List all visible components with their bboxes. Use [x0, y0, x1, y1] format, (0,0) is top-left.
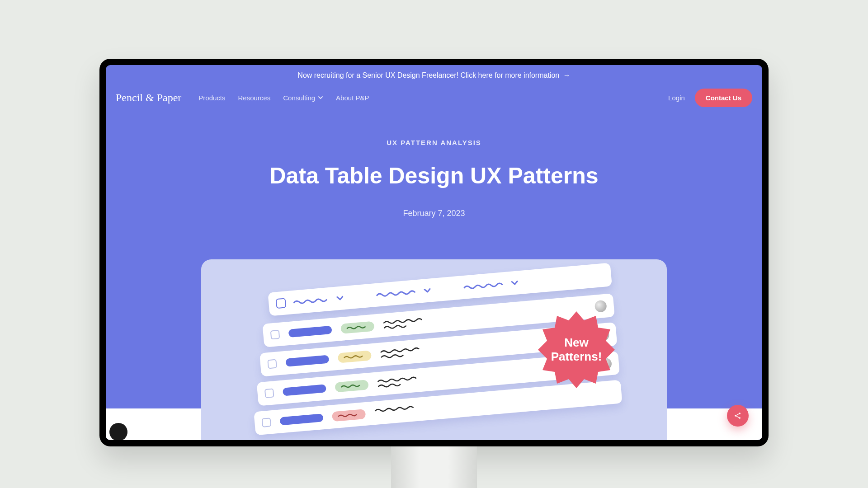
chevron-down-icon	[511, 279, 519, 286]
squiggle-icon	[463, 281, 504, 291]
new-patterns-badge: New Patterns!	[538, 311, 615, 388]
illus-pill	[288, 326, 332, 338]
squiggle-icon	[383, 316, 425, 331]
nav-about-label: About P&P	[336, 94, 369, 102]
monitor-frame: Now recruiting for a Senior UX Design Fr…	[99, 59, 769, 488]
svg-point-2	[739, 413, 741, 414]
illus-tag-yellow	[338, 350, 372, 363]
nav-about[interactable]: About P&P	[336, 94, 369, 102]
announcement-bar[interactable]: Now recruiting for a Senior UX Design Fr…	[106, 65, 762, 85]
badge-line2: Patterns!	[551, 350, 602, 363]
page-title: Data Table Design UX Patterns	[106, 163, 762, 189]
nav-consulting-label: Consulting	[283, 94, 315, 102]
chevron-down-icon	[336, 295, 344, 301]
illus-checkbox	[264, 388, 274, 398]
nav-consulting[interactable]: Consulting	[283, 94, 323, 102]
hero-section: UX PATTERN ANALYSIS Data Table Design UX…	[106, 107, 762, 218]
nav-products-label: Products	[198, 94, 225, 102]
squiggle-icon	[293, 296, 330, 305]
nav-resources-label: Resources	[238, 94, 271, 102]
top-nav: Pencil & Paper Products Resources Consul…	[106, 85, 762, 107]
publish-date: February 7, 2023	[106, 209, 762, 218]
hero-eyebrow: UX PATTERN ANALYSIS	[106, 139, 762, 146]
illus-tag-red	[332, 409, 366, 422]
avatar-icon	[594, 300, 607, 313]
illus-pill	[279, 413, 323, 425]
illus-checkbox-header	[276, 298, 287, 309]
illus-checkbox	[262, 418, 272, 427]
announcement-text: Now recruiting for a Senior UX Design Fr…	[297, 71, 559, 79]
squiggle-icon	[377, 375, 419, 389]
chevron-down-icon	[318, 94, 323, 102]
share-button[interactable]	[727, 405, 749, 427]
illus-pill	[283, 384, 326, 396]
squiggle-icon	[380, 346, 421, 360]
share-icon	[733, 411, 742, 420]
illus-checkbox	[270, 330, 280, 340]
nav-right: Login Contact Us	[668, 89, 752, 107]
login-link[interactable]: Login	[668, 94, 685, 102]
nav-products[interactable]: Products	[198, 94, 225, 102]
monitor-bezel: Now recruiting for a Senior UX Design Fr…	[99, 59, 769, 446]
svg-point-3	[739, 417, 741, 419]
nav-resources[interactable]: Resources	[238, 94, 271, 102]
contact-us-button[interactable]: Contact Us	[695, 89, 752, 107]
badge-line1: New	[564, 336, 588, 349]
arrow-right-icon: →	[563, 71, 571, 79]
nav-links: Products Resources Consulting Abo	[198, 94, 369, 102]
illus-tag-green	[335, 380, 369, 392]
svg-point-1	[735, 415, 736, 417]
illus-checkbox	[267, 359, 277, 369]
accessibility-widget[interactable]	[109, 423, 127, 440]
illus-tag-green	[340, 321, 375, 334]
illus-pill	[285, 355, 329, 367]
hero-illustration-card: New Patterns!	[201, 259, 667, 440]
brand-logo[interactable]: Pencil & Paper	[116, 92, 181, 104]
chevron-down-icon	[424, 287, 431, 294]
monitor-stand	[391, 446, 477, 488]
squiggle-icon	[374, 404, 415, 418]
webpage-screen: Now recruiting for a Senior UX Design Fr…	[106, 65, 762, 440]
squiggle-icon	[376, 288, 417, 298]
badge-text: New Patterns!	[551, 336, 602, 364]
